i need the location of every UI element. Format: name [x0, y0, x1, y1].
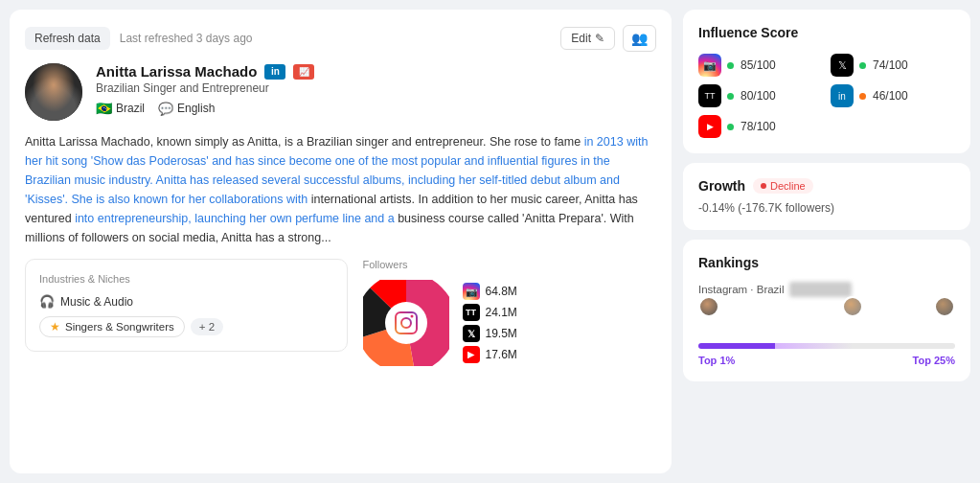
rank-avatar-1 [698, 296, 719, 317]
profile-title: Brazilian Singer and Entrepreneur [96, 81, 656, 95]
tags-row: ★ Singers & Songwriters + 2 [39, 316, 333, 337]
decline-badge: Decline [753, 178, 813, 194]
rank-avatar-3 [934, 296, 955, 317]
ranking-row-label: Instagram · Brazil ######## [698, 282, 955, 297]
influence-score-card: Influence Score 📷 85/100 𝕏 74/100 TT [683, 10, 970, 153]
avatar-image [25, 63, 82, 121]
svg-point-7 [410, 315, 413, 318]
country-flag: 🇧🇷 [96, 101, 112, 116]
top-bar: Refresh data Last refreshed 3 days ago E… [25, 25, 656, 52]
score-linkedin: in 46/100 [831, 84, 955, 107]
decline-dot [761, 183, 766, 189]
instagram-icon: 📷 [463, 283, 480, 300]
ranking-bar-container: Top 1% Top 25% [698, 305, 955, 366]
x-count: 19.5M [486, 327, 517, 340]
country-item: 🇧🇷 Brazil [96, 101, 145, 116]
language-icon: 💬 [158, 102, 173, 116]
growth-title: Growth [698, 178, 745, 194]
edit-button[interactable]: Edit ✎ [560, 27, 615, 50]
follower-item-youtube: ▶ 17.6M [463, 346, 517, 363]
follower-item-instagram: 📷 64.8M [463, 283, 517, 300]
profile-header: Anitta Larissa Machado in 📈 Brazilian Si… [25, 63, 656, 121]
bio-link-2: into entrepreneurship, launching her own… [75, 212, 395, 225]
score-x: 𝕏 74/100 [831, 54, 955, 77]
tiktok-icon: TT [463, 304, 480, 321]
industries-box: Industries & Niches 🎧 Music & Audio ★ Si… [25, 259, 348, 352]
score-ig-dot [727, 62, 734, 69]
score-tt-dot [727, 93, 734, 100]
edit-label: Edit [571, 32, 591, 45]
music-icon: 🎧 [39, 294, 55, 309]
rank-label-2: Top 25% [913, 355, 955, 366]
score-yt-value: 78/100 [741, 120, 776, 133]
country-label: Brazil [116, 102, 145, 115]
score-tiktok: TT 80/100 [698, 84, 823, 107]
score-tt-value: 80/100 [741, 89, 776, 103]
profile-info: Anitta Larissa Machado in 📈 Brazilian Si… [96, 63, 656, 116]
industry-music-label: Music & Audio [60, 295, 133, 309]
score-x-dot [859, 62, 866, 69]
score-ig-value: 85/100 [741, 58, 776, 72]
industries-label: Industries & Niches [39, 273, 333, 285]
group-icon: 👥 [631, 31, 648, 46]
language-label: English [177, 102, 215, 115]
score-grid: 📷 85/100 𝕏 74/100 TT 80/100 [698, 54, 955, 138]
decline-label: Decline [770, 180, 806, 192]
bio-link-1: in 2013 with her hit song 'Show das Pode… [25, 135, 648, 206]
linkedin-icon[interactable]: in [264, 64, 285, 80]
score-youtube: ▶ 78/100 [698, 115, 823, 138]
instagram-count: 64.8M [486, 285, 517, 298]
language-item: 💬 English [158, 102, 215, 116]
x-icon: 𝕏 [463, 325, 480, 342]
tag-label: Singers & Songwriters [65, 321, 174, 333]
score-tt-icon: TT [698, 84, 721, 107]
followers-list: 📷 64.8M TT 24.1M 𝕏 19.5M ▶ [463, 283, 517, 363]
influence-score-title: Influence Score [698, 25, 955, 40]
score-li-value: 46/100 [873, 89, 908, 103]
avatar-face [25, 63, 82, 121]
profile-name-row: Anitta Larissa Machado in 📈 [96, 63, 656, 80]
growth-card: Growth Decline -0.14% (-176.7K followers… [683, 163, 970, 230]
group-icon-button[interactable]: 👥 [623, 25, 656, 52]
last-refreshed-text: Last refreshed 3 days ago [120, 32, 253, 45]
bio-text: Anitta Larissa Machado, known simply as … [25, 132, 656, 247]
edit-icon: ✎ [595, 32, 604, 45]
ranking-blurred: ######## [789, 282, 852, 297]
score-instagram: 📷 85/100 [698, 54, 823, 77]
followers-label: Followers [363, 259, 657, 270]
growth-value: -0.14% (-176.7K followers) [698, 201, 955, 215]
svg-point-4 [385, 302, 427, 344]
score-ig-icon: 📷 [698, 54, 721, 77]
followers-box: Followers [363, 259, 657, 366]
growth-header: Growth Decline [698, 178, 955, 194]
ranking-bar-track [698, 343, 955, 349]
industry-music: 🎧 Music & Audio [39, 294, 333, 309]
profile-meta: 🇧🇷 Brazil 💬 English [96, 101, 656, 116]
more-badge[interactable]: + 2 [191, 318, 223, 335]
youtube-icon: ▶ [463, 346, 480, 363]
tag-singers-songwriters[interactable]: ★ Singers & Songwriters [39, 316, 185, 337]
refresh-button[interactable]: Refresh data [25, 27, 110, 50]
right-panel: Influence Score 📷 85/100 𝕏 74/100 TT [683, 10, 970, 473]
rank-avatar-2 [842, 296, 863, 317]
avatar [25, 63, 82, 121]
profile-name: Anitta Larissa Machado [96, 63, 257, 80]
star-icon: ★ [50, 320, 60, 334]
top-bar-left: Refresh data Last refreshed 3 days ago [25, 27, 252, 50]
bottom-section: Industries & Niches 🎧 Music & Audio ★ Si… [25, 259, 656, 366]
followers-pie-chart [363, 280, 449, 366]
rankings-title: Rankings [698, 255, 955, 270]
rank-label-1: Top 1% [698, 355, 735, 366]
ranking-label-text: Instagram · Brazil [698, 284, 784, 295]
top-bar-right: Edit ✎ 👥 [560, 25, 656, 52]
score-yt-icon: ▶ [698, 115, 721, 138]
chart-icon[interactable]: 📈 [293, 64, 314, 80]
followers-content: 📷 64.8M TT 24.1M 𝕏 19.5M ▶ [363, 280, 657, 366]
follower-item-x: 𝕏 19.5M [463, 325, 517, 342]
score-yt-dot [727, 124, 734, 130]
main-profile-panel: Refresh data Last refreshed 3 days ago E… [10, 10, 672, 473]
youtube-count: 17.6M [486, 348, 517, 361]
follower-item-tiktok: TT 24.1M [463, 304, 517, 321]
tiktok-count: 24.1M [486, 306, 517, 319]
rank-labels: Top 1% Top 25% [698, 355, 955, 366]
